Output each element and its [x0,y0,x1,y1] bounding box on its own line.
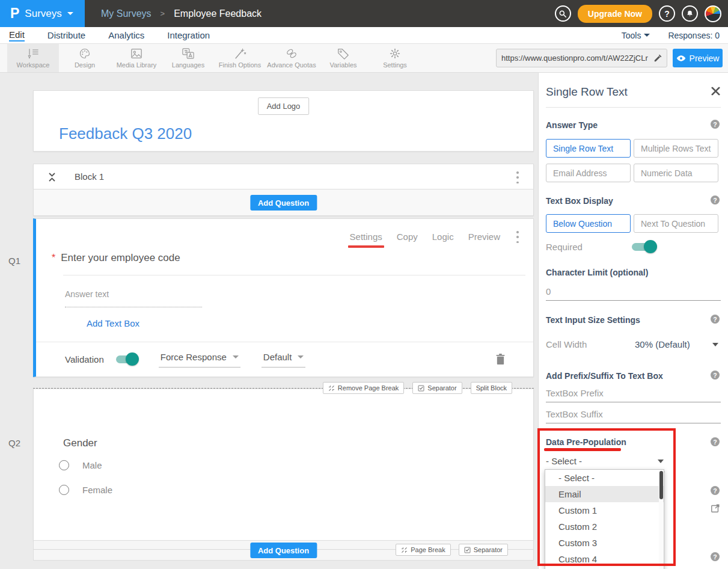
separator-button[interactable]: Separator [412,382,462,394]
toolbar-item-design[interactable]: Design [59,44,111,72]
force-response-select[interactable]: Force Response [159,352,240,368]
toolbar-item-finish-options[interactable]: Finish Options [214,44,266,72]
dropdown-option-custom2[interactable]: Custom 2 [545,518,664,535]
search-button[interactable] [555,5,571,22]
nav-right-cluster: Tools Responses: 0 [622,27,720,43]
answer-type-multiple-rows[interactable]: Multiple Rows Text [634,139,718,158]
dropdown-option-email[interactable]: Email [545,486,664,502]
tools-dropdown[interactable]: Tools [622,31,650,40]
cell-width-label: Cell Width [546,339,587,349]
page-break-buttons: Remove Page Break Separator Split Block [323,382,512,394]
answer-type-single-row[interactable]: Single Row Text [546,139,631,158]
tab-integration[interactable]: Integration [167,30,210,40]
answer-type-email[interactable]: Email Address [546,164,631,182]
page-break-button[interactable]: Page Break [396,544,450,556]
toolbar-item-advance-quotas[interactable]: Advance Quotas [266,44,317,72]
question-tab-logic[interactable]: Logic [432,232,454,242]
hidden-section-help-icon-2[interactable] [711,552,720,561]
radio-icon[interactable] [59,460,69,470]
prefix-suffix-help-icon[interactable] [711,371,720,380]
answer-text-input[interactable] [65,289,202,307]
survey-title[interactable]: Feedback Q3 2020 [59,125,192,143]
answer-text-field [65,289,202,307]
avatar[interactable] [705,5,721,22]
question-tab-copy[interactable]: Copy [397,232,418,242]
answer-type-help-icon[interactable] [711,120,720,129]
remove-page-break-button[interactable]: Remove Page Break [323,382,405,394]
close-panel-button[interactable] [711,87,720,98]
question1-menu-button[interactable] [516,231,519,243]
add-question-strip: Add Question [33,189,534,216]
toolbar-item-settings[interactable]: Settings [369,44,421,72]
survey-url-input[interactable] [501,54,650,63]
add-question-button[interactable]: Add Question [250,195,317,211]
split-block-button[interactable]: Split Block [471,382,512,394]
question2-text[interactable]: Gender [63,437,97,449]
question-tab-preview[interactable]: Preview [468,232,500,242]
toolbar-item-workspace[interactable]: Workspace [7,44,59,72]
breadcrumb-current-survey: Employee Feedback [174,8,262,19]
toolbar-item-variables[interactable]: Variables [317,44,369,72]
block-title[interactable]: Block 1 [75,171,104,182]
textbox-suffix-input[interactable] [546,409,721,423]
default-value: Default [263,352,292,362]
questionpro-logo-icon: P [10,7,19,20]
dropdown-option-select[interactable]: - Select - [545,470,664,486]
dropdown-option-custom3[interactable]: Custom 3 [545,535,664,551]
required-toggle[interactable] [632,243,656,251]
questionpro-survey-editor: P Surveys My Surveys > Employee Feedback… [0,0,728,569]
help-button[interactable] [659,5,675,22]
breadcrumb-my-surveys[interactable]: My Surveys [101,8,151,19]
question1-text[interactable]: Enter your employee code [61,252,180,264]
add-logo-button[interactable]: Add Logo [258,97,310,115]
toolbar-item-label: Languages [172,61,204,69]
survey-tabs: Edit Distribute Analytics Integration [9,27,210,43]
radio-option-male[interactable]: Male [59,460,102,470]
display-below-question[interactable]: Below Question [546,214,631,233]
radio-icon[interactable] [59,485,69,495]
add-question-button-bottom[interactable]: Add Question [250,543,317,558]
edit-pencil-icon[interactable] [653,54,662,63]
question1-index-label: Q1 [8,256,20,266]
notifications-button[interactable] [682,5,698,22]
display-next-to-question[interactable]: Next To Question [634,214,718,233]
tab-distribute[interactable]: Distribute [47,30,85,40]
data-prepopulation-selected-value: - Select - [546,456,582,466]
tab-edit[interactable]: Edit [9,29,25,42]
cell-width-select[interactable]: 30% (Default) [635,339,690,349]
hidden-section-help-icon[interactable] [711,486,720,495]
dropdown-option-custom4[interactable]: Custom 4 [545,551,664,567]
product-switcher[interactable]: P Surveys [0,0,85,27]
responses-count[interactable]: Responses: 0 [668,31,720,40]
chevron-down-icon[interactable] [712,343,718,346]
separator-button-bottom[interactable]: Separator [459,544,508,556]
add-text-box-link[interactable]: Add Text Box [87,318,139,328]
radio-label: Female [82,485,112,495]
preview-button[interactable]: Preview [673,49,723,67]
toolbar-item-languages[interactable]: Languages [162,44,214,72]
collapse-block-button[interactable] [47,171,57,185]
question-tab-settings[interactable]: Settings [350,232,382,242]
delete-question-button[interactable] [495,353,506,368]
validation-default-select[interactable]: Default [262,352,306,368]
remove-page-break-label: Remove Page Break [338,384,399,392]
answer-type-numeric[interactable]: Numeric Data [634,164,718,182]
dropdown-scrollbar[interactable] [659,470,663,569]
block-menu-button[interactable] [516,171,519,183]
page-break-icon [401,547,408,553]
radio-option-female[interactable]: Female [59,485,112,495]
character-limit-input[interactable] [546,286,721,301]
validation-toggle[interactable] [116,355,138,363]
tab-analytics[interactable]: Analytics [108,30,144,40]
text-box-display-help-icon[interactable] [711,195,720,205]
text-input-size-help-icon[interactable] [711,315,720,324]
upgrade-now-button[interactable]: Upgrade Now [578,5,652,23]
data-prepopulation-help-icon[interactable] [711,437,720,446]
survey-header-card: Add Logo Feedback Q3 2020 [33,90,534,152]
textbox-prefix-input[interactable] [546,388,721,402]
dropdown-option-custom1[interactable]: Custom 1 [545,502,664,518]
breadcrumb-separator: > [161,9,165,18]
toolbar-item-media-library[interactable]: Media Library [111,44,162,72]
scrollbar-thumb[interactable] [659,471,663,499]
external-link-button[interactable] [711,503,720,515]
